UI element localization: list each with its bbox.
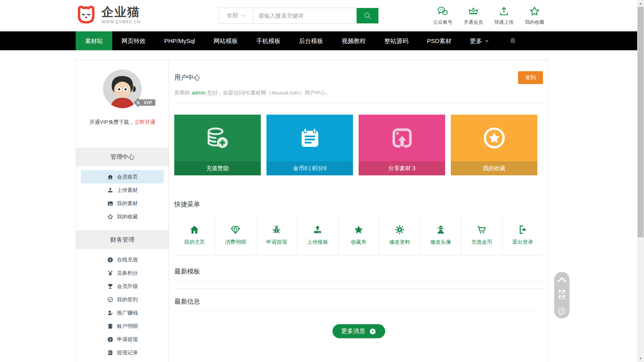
search-input[interactable]: [254, 8, 357, 23]
search-bar: 全部: [219, 8, 379, 24]
quick-item-withdraw[interactable]: 申请提现: [256, 215, 297, 255]
search-button[interactable]: [357, 8, 378, 23]
share-upload-icon: [390, 125, 415, 150]
vip-open-link[interactable]: 立即开通: [134, 119, 155, 125]
nav-item-web-templates[interactable]: 网站模板: [204, 31, 247, 50]
home-icon: [189, 224, 200, 235]
header-link-membership[interactable]: 开通会员: [464, 6, 483, 26]
header-link-label: 快速上传: [494, 19, 514, 26]
main-navbar: 素材站 网页特效 PHP/MySql 网站模板 手机模板 后台模板 视频教程 整…: [0, 31, 644, 50]
quick-item-logout[interactable]: 退出登录: [502, 215, 543, 255]
sidebar-item-apply-withdraw[interactable]: 申请提现: [81, 333, 164, 346]
nav-item-php[interactable]: PHP/MySql: [155, 31, 204, 50]
sidebar-item-member-upgrade[interactable]: 会员升级: [81, 280, 164, 293]
sidebar-item-recharge[interactable]: 在线充值: [81, 253, 164, 266]
chevron-up-icon: [557, 276, 567, 283]
tile-my-favorites[interactable]: 我的收藏: [451, 115, 537, 175]
coins-plus-icon: [204, 125, 231, 151]
header-link-label: 我的收藏: [525, 19, 544, 26]
sidebar-item-label: 我的签到: [117, 296, 138, 303]
sidebar-menu-finance: 在线充值 兑换积分 会员升级 我的签到: [76, 249, 169, 361]
nav-item-admin-templates[interactable]: 后台模板: [290, 31, 332, 50]
page-title: 用户中心: [174, 74, 200, 82]
sidebar-item-my-signin[interactable]: 我的签到: [81, 293, 164, 306]
quick-item-label: 上传模板: [307, 239, 328, 246]
scrollbar-thumb[interactable]: [638, 7, 644, 237]
scrollbar-up-arrow[interactable]: ▲: [637, 0, 644, 7]
divider: [174, 312, 543, 312]
upload-icon: [312, 224, 323, 235]
header-link-wechat[interactable]: 公众账号: [433, 6, 452, 26]
quick-item-recharge-coins[interactable]: 充值金币: [461, 215, 502, 255]
nav-item-mobile-templates[interactable]: 手机模板: [247, 31, 290, 50]
sidebar-item-promote-earn[interactable]: 推广赚钱: [81, 306, 164, 319]
quick-item-my-home[interactable]: 我的主页: [174, 215, 215, 255]
nav-item-source[interactable]: 整站源码: [375, 31, 418, 50]
divider: [174, 288, 543, 289]
sidebar-item-label: 会员升级: [117, 283, 138, 290]
more-messages-label: 更多消息: [341, 327, 365, 335]
bug-icon: [271, 224, 282, 235]
tile-label: 充值赞助: [174, 161, 261, 175]
logo-title: 企业猫: [101, 6, 140, 19]
tile-coins-points[interactable]: 金币0 | 积分0: [266, 115, 353, 175]
tile-label: 我的收藏: [451, 161, 537, 175]
sidebar-item-my-favorites[interactable]: 我的收藏: [81, 210, 164, 223]
qr-code-icon: [558, 290, 566, 300]
greeting-text: 亲爱的 admin 您好，欢迎访问FE素材网（fesucai.com）用户中心。: [174, 89, 543, 97]
question-icon: ?: [557, 306, 566, 315]
site-logo[interactable]: 企业猫 WWW.QYMAO.CN: [75, 4, 140, 25]
top-header: 企业猫 WWW.QYMAO.CN 全部: [0, 0, 644, 31]
gear-icon: [394, 224, 405, 235]
nav-item-effects[interactable]: 网页特效: [112, 31, 155, 50]
vip-text: 开通VIP免费下载，: [89, 119, 134, 125]
sidebar-item-label: 上传素材: [117, 187, 138, 194]
sidebar-item-account-details[interactable]: 账户明细: [81, 319, 164, 333]
signin-button[interactable]: 签到: [518, 71, 543, 84]
more-messages-button[interactable]: 更多消息: [332, 324, 385, 338]
nav-item-psd[interactable]: PSD素材: [418, 31, 461, 50]
quick-item-label: 申请提现: [266, 239, 287, 246]
search-category-dropdown[interactable]: 全部: [219, 8, 254, 23]
main-panel: 用户中心 签到 亲爱的 admin 您好，欢迎访问FE素材网（fesucai.c…: [169, 60, 548, 362]
sidebar-profile: b VIP 开通VIP免费下载，立即开通: [76, 60, 169, 142]
nav-item-material[interactable]: 素材站: [76, 31, 112, 50]
quick-item-label: 消费明细: [225, 239, 246, 246]
quick-item-edit-profile[interactable]: 修改资料: [379, 215, 420, 255]
vip-badge[interactable]: b VIP: [135, 99, 155, 106]
header-link-favorites[interactable]: 我的收藏: [525, 6, 544, 26]
coin-yen-icon: [107, 336, 114, 343]
yen-icon: [107, 270, 114, 276]
sidebar-item-label: 申请提现: [117, 336, 138, 343]
list-icon: [107, 350, 114, 356]
nav-item-video[interactable]: 视频教程: [332, 31, 375, 50]
qr-code-button[interactable]: [558, 290, 566, 300]
header-link-upload[interactable]: 快速上传: [494, 6, 514, 26]
sidebar-item-exchange-points[interactable]: 兑换积分: [81, 266, 164, 280]
tile-shared-materials[interactable]: 分享素材 3: [359, 115, 445, 175]
sidebar-item-member-home[interactable]: 会员首页: [81, 170, 164, 183]
diamond-icon: [230, 224, 241, 235]
floating-helper: ?: [554, 272, 570, 319]
content-panel: b VIP 开通VIP免费下载，立即开通 管理中心 会员首页 上传素材: [76, 60, 548, 362]
sidebar-item-my-material[interactable]: 我的素材: [81, 197, 164, 210]
back-to-top-button[interactable]: [557, 276, 567, 283]
scrollbar-down-arrow[interactable]: ▼: [637, 355, 644, 362]
bell-icon[interactable]: [508, 37, 517, 45]
header-link-label: 公众账号: [433, 19, 452, 26]
search-icon: [363, 11, 372, 20]
database-icon: [107, 323, 114, 329]
svg-text:?: ?: [561, 309, 563, 313]
quick-item-change-avatar[interactable]: 修改头像: [420, 215, 461, 255]
latest-messages-title: 最新信息: [174, 298, 543, 306]
sidebar-item-withdraw-records[interactable]: 提现记录: [81, 346, 164, 359]
nav-item-more[interactable]: 更多: [461, 31, 498, 50]
image-icon: [107, 200, 114, 207]
quick-item-favorites-folder[interactable]: 收藏夹: [338, 215, 379, 255]
sidebar-item-upload-material[interactable]: 上传素材: [81, 183, 164, 197]
quick-item-upload-template[interactable]: 上传模板: [297, 215, 338, 255]
browser-scrollbar[interactable]: ▲ ▼: [637, 0, 644, 362]
quick-item-consumption[interactable]: 消费明细: [215, 215, 256, 255]
help-button[interactable]: ?: [557, 306, 566, 315]
tile-recharge-sponsor[interactable]: 充值赞助: [174, 115, 261, 175]
